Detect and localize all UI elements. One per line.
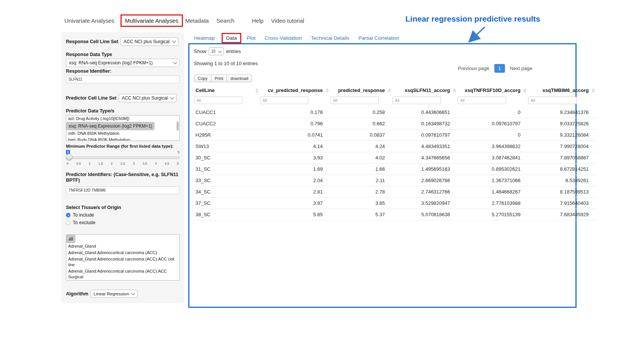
show-entries-select[interactable]: 10 [209, 47, 224, 55]
column-header-xsqtnfrsf10d-accorg[interactable]: xsqTNFRSF10D_accorg [458, 85, 528, 95]
filter-input-predicted-response[interactable] [330, 97, 379, 104]
print-button[interactable]: Print [211, 75, 227, 82]
tab-heatmap[interactable]: Heatmap [194, 35, 215, 41]
slider-track[interactable] [66, 156, 180, 159]
radio-unselected-icon[interactable] [66, 220, 70, 225]
cell-value: 2.78 [330, 186, 392, 198]
cell-line-name: 33_SC [194, 175, 260, 186]
table-row[interactable]: CUACC10.1760.2580.44360665109.234841376 [194, 107, 596, 118]
previous-page-button[interactable]: Previous page [455, 64, 492, 73]
cell-line-name: CUACC1 [194, 107, 260, 118]
nav-item-search[interactable]: Search [216, 17, 234, 24]
listbox-option-all[interactable]: all [66, 235, 75, 243]
table-row[interactable]: 33_SC2.042.112.6690267661.3673710668.538… [194, 175, 596, 186]
listbox-option-adrenal-gland-adrenocortical-carcinoma-a[interactable]: Adrenal_Gland:Adrenocortical carcinoma (… [66, 256, 179, 268]
nav-item-univariate-analyses[interactable]: Univariate Analyses [64, 17, 114, 24]
predictor-identifiers-input[interactable] [66, 186, 180, 194]
filter-input-xsqtnfrsf10d-accorg[interactable] [458, 97, 506, 104]
cell-value: 4.347665656 [392, 152, 458, 164]
tissue-origin-label: Select Tissue/s of Origin [66, 205, 180, 210]
sort-icon[interactable] [326, 89, 329, 92]
sort-icon[interactable] [255, 89, 258, 92]
column-header-cv-predicted-response[interactable]: cv_predicted_response [260, 85, 330, 95]
nav-item-metadata[interactable]: Metadata [185, 17, 209, 24]
slider-handle[interactable] [66, 154, 72, 160]
nav-item-video-tutorial[interactable]: Video tutorial [271, 17, 304, 24]
table-row[interactable]: 30_SC3.934.024.3476656563.0874628417.897… [194, 152, 596, 164]
listbox-option-xsq-rna-seq-expression-log2-fpkm-1[interactable]: xsq: RNA-seq Expression (log2 FPKM+1) [66, 122, 155, 130]
table-row[interactable]: CUACC20.7960.6620.1634987320.0976107979.… [194, 118, 596, 130]
table-row[interactable]: H295R0.07410.08370.09761079709.332126084 [194, 130, 596, 141]
slider-tick-label: 3 [133, 162, 135, 165]
column-header-xsqtmbim6-accorg[interactable]: xsqTMBIM6_accorg [528, 85, 596, 95]
tissue-listbox[interactable]: allAdrenal_GlandAdrenal_Gland:Adrenocort… [66, 234, 180, 281]
algorithm-select[interactable]: Linear Regression [91, 290, 138, 298]
table-row[interactable]: SW134.144.244.4834933513.9643986327.9907… [194, 141, 596, 152]
table-row[interactable]: 31_SC1.691.661.4956951630.8953026218.672… [194, 164, 596, 175]
tab-partial-correlation[interactable]: Partial Correlation [358, 35, 399, 41]
predictor-data-types-listbox[interactable]: act: Drug Activity (-log10[IC50M])xsq: R… [66, 115, 180, 141]
algorithm-field: Algorithm Linear Regression [66, 290, 180, 298]
column-header-predicted-response[interactable]: predicted_response [330, 85, 392, 95]
nav-item-multivariate-analyses[interactable]: Multivariate Analyses [120, 14, 183, 27]
cell-value: 9.332126084 [528, 130, 596, 141]
next-page-button[interactable]: Next page [507, 64, 535, 73]
slider-tick-labels: 00.511.522.533.544.55 [67, 162, 179, 165]
filter-input-xsqslfn11-accorg[interactable] [392, 97, 441, 104]
filter-input-cv-predicted-response[interactable] [260, 97, 308, 104]
cell-value: 7.897058867 [528, 152, 596, 164]
listbox-option-adrenal-gland-adrenocortical-carcinoma-a[interactable]: Adrenal_Gland:Adrenocortical carcinoma (… [66, 268, 179, 280]
cell-value: 8.5389261 [528, 175, 596, 186]
export-button-group: CopyPrintdownload [194, 75, 252, 82]
radio-selected-icon[interactable] [66, 213, 70, 217]
cell-value: 7.990728004 [528, 141, 596, 152]
sort-icon[interactable] [524, 89, 527, 92]
download-button[interactable]: download [227, 75, 252, 82]
response-identifier-input[interactable] [66, 75, 180, 83]
predictor-cell-line-set-select[interactable]: ACC NCI plus Surgical [119, 94, 176, 102]
predictor-cell-line-set-value: ACC NCI plus Surgical [122, 95, 167, 101]
table-row[interactable]: 34_SC2.812.782.7463127661.4646682678.187… [194, 186, 596, 198]
cell-value: 2.04 [260, 175, 330, 186]
cell-value: 4.483493351 [392, 141, 458, 152]
scrollbar-thumb[interactable] [177, 122, 179, 131]
listbox-option-act-drug-activity-log10-ic50m[interactable]: act: Drug Activity (-log10[IC50M]) [66, 115, 179, 122]
copy-button[interactable]: Copy [194, 75, 211, 82]
cell-value: 0.662 [330, 118, 392, 130]
cell-value: 0 [458, 107, 528, 118]
response-data-type-label: Response Data Type [66, 52, 180, 57]
current-page-button[interactable]: 1 [494, 64, 505, 73]
table-row[interactable]: 37_SC3.973.853.5298209472.7761039887.915… [194, 198, 596, 209]
cell-value: 5.85 [260, 209, 330, 220]
tab-data[interactable]: Data [222, 33, 242, 43]
nav-item-help[interactable]: Help [252, 17, 264, 24]
min-predictor-range-slider[interactable]: 0 5 00.511.522.533.544.55 [66, 150, 180, 169]
tab-cross-validation[interactable]: Cross-Validation [265, 35, 302, 41]
listbox-option-bmt-body-dna-850k-methylation[interactable]: bmt: Body DNA 850K Methylation [66, 137, 179, 141]
cell-value: 0 [458, 130, 528, 141]
response-data-type-select[interactable]: xsq: RNA-seq Expression (log2 FPKM+1) [66, 59, 180, 67]
tissue-exclude-radio[interactable]: To exclude [66, 220, 180, 225]
tab-technical-details[interactable]: Technical Details [311, 35, 349, 41]
sort-icon[interactable] [388, 89, 391, 92]
show-entries-value: 10 [211, 49, 216, 53]
listbox-option-adrenal-gland-adrenocortical-carcinoma-a[interactable]: Adrenal_Gland:Adrenocortical carcinoma (… [66, 250, 179, 256]
cell-value: 0.097610797 [458, 118, 528, 130]
filter-input-xsqtmbim6-accorg[interactable] [528, 97, 577, 104]
listbox-option-adrenal-gland[interactable]: Adrenal_Gland [66, 243, 179, 250]
table-row[interactable]: 38_SC5.855.375.0708186385.2701551397.683… [194, 209, 596, 220]
listbox-option-mth-dna-850k-methylation[interactable]: mth: DNA 850K Methylation [66, 130, 179, 137]
sort-icon[interactable] [453, 89, 456, 92]
sort-icon[interactable] [592, 89, 595, 92]
tissue-include-radio[interactable]: To include [66, 212, 180, 218]
cell-value: 0.176 [260, 107, 330, 118]
slider-tick-label: 3.5 [142, 162, 147, 165]
filter-input-cellline[interactable] [194, 97, 242, 104]
table-header-row: CellLinecv_predicted_responsepredicted_r… [194, 85, 596, 95]
tab-plot[interactable]: Plot [247, 35, 255, 41]
response-cell-line-set-select[interactable]: ACC NCI plus Surgical [120, 37, 178, 46]
column-header-cellline[interactable]: CellLine [194, 85, 260, 95]
column-header-label: xsqTNFRSF10D_accorg [465, 87, 521, 93]
cell-line-name: H295R [194, 130, 260, 141]
column-header-xsqslfn11-accorg[interactable]: xsqSLFN11_accorg [392, 85, 458, 95]
